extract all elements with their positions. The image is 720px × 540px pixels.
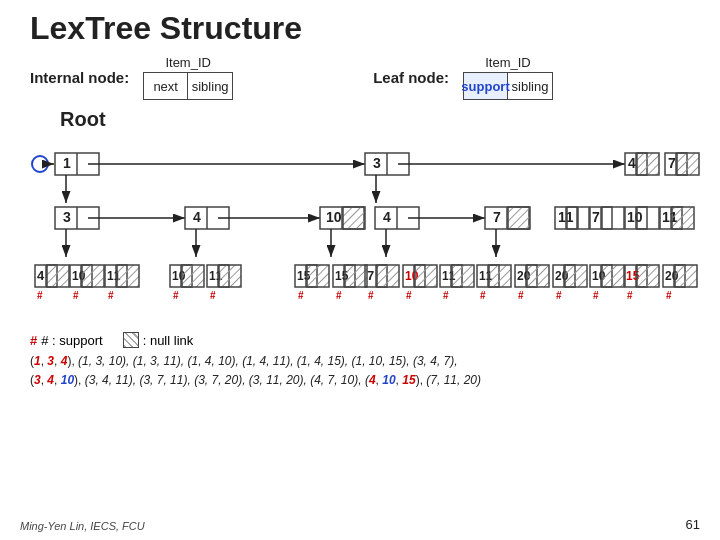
svg-text:4: 4 xyxy=(383,209,391,225)
svg-rect-133 xyxy=(602,265,624,287)
svg-text:#: # xyxy=(593,290,599,301)
svg-text:3: 3 xyxy=(373,155,381,171)
svg-text:7: 7 xyxy=(493,209,501,225)
svg-text:#: # xyxy=(336,290,342,301)
svg-text:7: 7 xyxy=(592,209,600,225)
svg-text:#: # xyxy=(556,290,562,301)
svg-text:#: # xyxy=(210,290,216,301)
svg-rect-108 xyxy=(415,265,437,287)
sequence-line1: (1, 3, 4), (1, 3, 10), (1, 3, 11), (1, 4… xyxy=(30,352,700,371)
hash-legend: # # : support xyxy=(30,333,103,348)
svg-rect-93 xyxy=(307,265,329,287)
svg-rect-88 xyxy=(219,265,241,287)
svg-rect-56 xyxy=(602,207,624,229)
svg-rect-113 xyxy=(452,265,474,287)
footer-text: Ming-Yen Lin, IECS, FCU xyxy=(20,520,145,532)
internal-node-legend: Internal node: Item_ID next sibling xyxy=(30,55,233,100)
svg-text:#: # xyxy=(443,290,449,301)
svg-rect-73 xyxy=(82,265,104,287)
leaf-item-id: Item_ID xyxy=(485,55,531,70)
svg-rect-143 xyxy=(675,265,697,287)
svg-rect-18 xyxy=(637,153,659,175)
svg-rect-128 xyxy=(565,265,587,287)
svg-rect-37 xyxy=(343,207,365,229)
internal-node-cells: next sibling xyxy=(143,72,233,100)
svg-text:7: 7 xyxy=(668,155,676,171)
tree-svg: 1 3 4 7 xyxy=(25,135,715,330)
svg-rect-118 xyxy=(489,265,511,287)
tree-diagram: 1 3 4 7 xyxy=(25,135,715,330)
svg-text:#: # xyxy=(37,290,43,301)
null-box-icon xyxy=(123,332,139,348)
sequences-area: (1, 3, 4), (1, 3, 10), (1, 3, 11), (1, 4… xyxy=(30,352,700,390)
svg-text:11: 11 xyxy=(558,209,574,225)
svg-text:4: 4 xyxy=(193,209,201,225)
svg-text:#: # xyxy=(666,290,672,301)
svg-rect-103 xyxy=(377,265,399,287)
internal-node-label: Internal node: xyxy=(30,69,129,86)
svg-rect-98 xyxy=(345,265,367,287)
sequence-line2: (3, 4, 10), (3, 4, 11), (3, 7, 11), (3, … xyxy=(30,371,700,390)
svg-text:#: # xyxy=(298,290,304,301)
internal-cell-sibling: sibling xyxy=(188,73,232,99)
svg-rect-47 xyxy=(508,207,530,229)
svg-rect-22 xyxy=(677,153,699,175)
svg-text:#: # xyxy=(406,290,412,301)
page: LexTree Structure Internal node: Item_ID… xyxy=(0,0,720,540)
leaf-node-legend: Leaf node: Item_ID support sibling xyxy=(373,55,553,100)
null-legend: : null link xyxy=(123,332,194,348)
svg-text:#: # xyxy=(108,290,114,301)
svg-rect-83 xyxy=(182,265,204,287)
svg-text:3: 3 xyxy=(63,209,71,225)
legend-area: Internal node: Item_ID next sibling Leaf… xyxy=(30,55,700,100)
internal-node-box: Item_ID next sibling xyxy=(143,55,233,100)
svg-text:10: 10 xyxy=(627,209,643,225)
svg-text:7: 7 xyxy=(367,268,374,283)
svg-text:1: 1 xyxy=(63,155,71,171)
hash-symbol: # xyxy=(30,333,37,348)
page-title: LexTree Structure xyxy=(30,10,700,47)
null-legend-label: : null link xyxy=(143,333,194,348)
internal-item-id: Item_ID xyxy=(165,55,211,70)
page-number: 61 xyxy=(686,517,700,532)
svg-rect-78 xyxy=(117,265,139,287)
svg-rect-68 xyxy=(47,265,69,287)
svg-text:10: 10 xyxy=(326,209,342,225)
svg-text:#: # xyxy=(73,290,79,301)
svg-text:4: 4 xyxy=(628,155,636,171)
root-label: Root xyxy=(60,108,700,131)
internal-cell-next: next xyxy=(144,73,188,99)
leaf-node-box: Item_ID support sibling xyxy=(463,55,553,100)
svg-text:#: # xyxy=(368,290,374,301)
svg-text:#: # xyxy=(518,290,524,301)
svg-text:#: # xyxy=(480,290,486,301)
svg-text:#: # xyxy=(173,290,179,301)
leaf-node-cells: support sibling xyxy=(463,72,553,100)
svg-rect-123 xyxy=(527,265,549,287)
leaf-node-label: Leaf node: xyxy=(373,69,449,86)
svg-rect-138 xyxy=(637,265,659,287)
svg-rect-64 xyxy=(672,207,694,229)
svg-text:#: # xyxy=(627,290,633,301)
bottom-legend: # # : support : null link xyxy=(30,332,700,348)
hash-legend-label: # : support xyxy=(41,333,102,348)
svg-point-6 xyxy=(32,156,48,172)
svg-text:4: 4 xyxy=(37,268,45,283)
leaf-cell-support: support xyxy=(464,73,508,99)
leaf-cell-sibling: sibling xyxy=(508,73,552,99)
